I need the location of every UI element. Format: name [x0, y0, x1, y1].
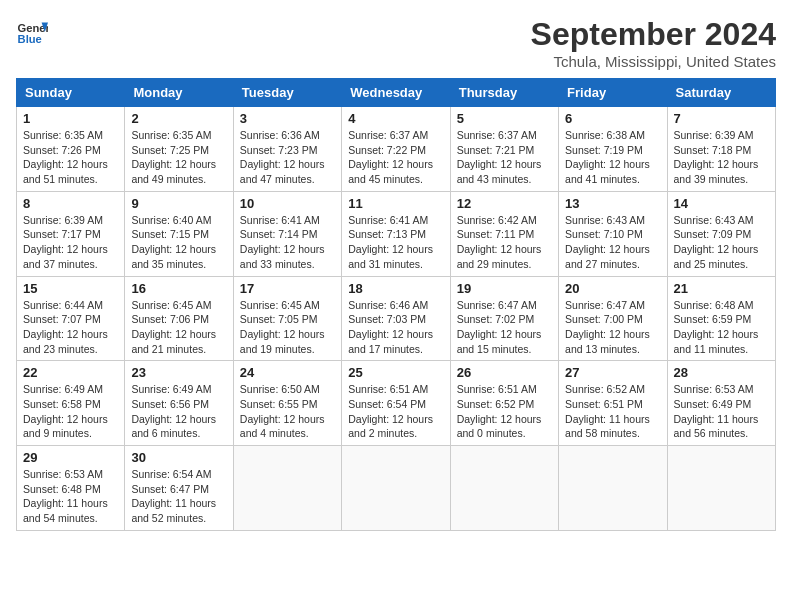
table-row: 7Sunrise: 6:39 AM Sunset: 7:18 PM Daylig… [667, 107, 775, 192]
table-row: 25Sunrise: 6:51 AM Sunset: 6:54 PM Dayli… [342, 361, 450, 446]
table-row [233, 446, 341, 531]
table-row: 8Sunrise: 6:39 AM Sunset: 7:17 PM Daylig… [17, 191, 125, 276]
table-row [450, 446, 558, 531]
table-row: 14Sunrise: 6:43 AM Sunset: 7:09 PM Dayli… [667, 191, 775, 276]
col-sunday: Sunday [17, 79, 125, 107]
col-saturday: Saturday [667, 79, 775, 107]
table-row: 10Sunrise: 6:41 AM Sunset: 7:14 PM Dayli… [233, 191, 341, 276]
col-tuesday: Tuesday [233, 79, 341, 107]
table-row: 28Sunrise: 6:53 AM Sunset: 6:49 PM Dayli… [667, 361, 775, 446]
table-row: 20Sunrise: 6:47 AM Sunset: 7:00 PM Dayli… [559, 276, 667, 361]
table-row: 6Sunrise: 6:38 AM Sunset: 7:19 PM Daylig… [559, 107, 667, 192]
logo: General Blue [16, 16, 48, 48]
table-row: 16Sunrise: 6:45 AM Sunset: 7:06 PM Dayli… [125, 276, 233, 361]
calendar-table: Sunday Monday Tuesday Wednesday Thursday… [16, 78, 776, 531]
main-title: September 2024 [531, 16, 776, 53]
table-row [342, 446, 450, 531]
table-row: 11Sunrise: 6:41 AM Sunset: 7:13 PM Dayli… [342, 191, 450, 276]
table-row: 27Sunrise: 6:52 AM Sunset: 6:51 PM Dayli… [559, 361, 667, 446]
col-wednesday: Wednesday [342, 79, 450, 107]
table-row: 17Sunrise: 6:45 AM Sunset: 7:05 PM Dayli… [233, 276, 341, 361]
table-row: 29Sunrise: 6:53 AM Sunset: 6:48 PM Dayli… [17, 446, 125, 531]
table-row: 21Sunrise: 6:48 AM Sunset: 6:59 PM Dayli… [667, 276, 775, 361]
svg-text:Blue: Blue [18, 33, 42, 45]
page-header: General Blue September 2024 Tchula, Miss… [16, 16, 776, 70]
table-row: 24Sunrise: 6:50 AM Sunset: 6:55 PM Dayli… [233, 361, 341, 446]
table-row: 5Sunrise: 6:37 AM Sunset: 7:21 PM Daylig… [450, 107, 558, 192]
table-row: 1Sunrise: 6:35 AM Sunset: 7:26 PM Daylig… [17, 107, 125, 192]
table-row: 23Sunrise: 6:49 AM Sunset: 6:56 PM Dayli… [125, 361, 233, 446]
table-row: 2Sunrise: 6:35 AM Sunset: 7:25 PM Daylig… [125, 107, 233, 192]
col-monday: Monday [125, 79, 233, 107]
subtitle: Tchula, Mississippi, United States [531, 53, 776, 70]
table-row [667, 446, 775, 531]
table-row: 22Sunrise: 6:49 AM Sunset: 6:58 PM Dayli… [17, 361, 125, 446]
title-block: September 2024 Tchula, Mississippi, Unit… [531, 16, 776, 70]
table-row: 4Sunrise: 6:37 AM Sunset: 7:22 PM Daylig… [342, 107, 450, 192]
table-row: 3Sunrise: 6:36 AM Sunset: 7:23 PM Daylig… [233, 107, 341, 192]
col-thursday: Thursday [450, 79, 558, 107]
table-row: 13Sunrise: 6:43 AM Sunset: 7:10 PM Dayli… [559, 191, 667, 276]
table-row: 19Sunrise: 6:47 AM Sunset: 7:02 PM Dayli… [450, 276, 558, 361]
table-row: 12Sunrise: 6:42 AM Sunset: 7:11 PM Dayli… [450, 191, 558, 276]
table-row: 15Sunrise: 6:44 AM Sunset: 7:07 PM Dayli… [17, 276, 125, 361]
calendar-header-row: Sunday Monday Tuesday Wednesday Thursday… [17, 79, 776, 107]
table-row: 30Sunrise: 6:54 AM Sunset: 6:47 PM Dayli… [125, 446, 233, 531]
logo-icon: General Blue [16, 16, 48, 48]
table-row: 26Sunrise: 6:51 AM Sunset: 6:52 PM Dayli… [450, 361, 558, 446]
table-row: 18Sunrise: 6:46 AM Sunset: 7:03 PM Dayli… [342, 276, 450, 361]
col-friday: Friday [559, 79, 667, 107]
table-row [559, 446, 667, 531]
table-row: 9Sunrise: 6:40 AM Sunset: 7:15 PM Daylig… [125, 191, 233, 276]
